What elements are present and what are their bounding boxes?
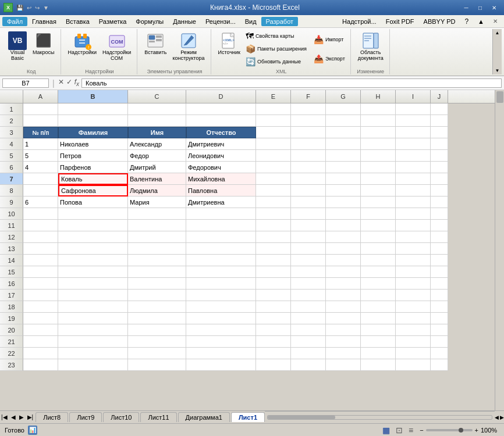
xml-source-button[interactable]: <XML></> Источник (216, 30, 243, 67)
cell-F20[interactable] (291, 324, 326, 336)
cell-E9[interactable] (256, 196, 291, 208)
cell-G9[interactable] (326, 196, 361, 208)
cell-G19[interactable] (326, 313, 361, 324)
cell-A19[interactable] (23, 313, 58, 324)
cell-J11[interactable] (431, 220, 448, 231)
cell-I6[interactable] (396, 162, 431, 173)
cell-I5[interactable] (396, 150, 431, 162)
cell-A23[interactable] (23, 359, 58, 371)
view-buttons[interactable]: ▦ ⊡ ≡ (381, 425, 415, 435)
cell-A2[interactable] (23, 115, 58, 127)
cell-H12[interactable] (361, 231, 396, 243)
cell-F15[interactable] (291, 266, 326, 278)
cell-D20[interactable] (186, 324, 256, 336)
col-header-B[interactable]: B (58, 90, 128, 103)
cell-D1[interactable] (186, 103, 256, 115)
zoom-level[interactable]: 100% (481, 427, 499, 434)
cell-F11[interactable] (291, 220, 326, 231)
cell-G11[interactable] (326, 220, 361, 231)
cell-D16[interactable] (186, 278, 256, 290)
macros-button[interactable]: ⬛ Макросы (30, 30, 57, 57)
row-header-3[interactable]: 3 (0, 127, 23, 138)
cell-I21[interactable] (396, 336, 431, 348)
cell-E21[interactable] (256, 336, 291, 348)
cell-F14[interactable] (291, 255, 326, 266)
cell-E14[interactable] (256, 255, 291, 266)
sheet-tab-list8[interactable]: Лист8 (36, 412, 68, 422)
cell-J8[interactable] (431, 185, 448, 196)
col-header-C[interactable]: C (128, 90, 186, 103)
cell-C9[interactable]: Мария (128, 196, 186, 208)
cell-D22[interactable] (186, 348, 256, 359)
cell-I15[interactable] (396, 266, 431, 278)
cell-H6[interactable] (361, 162, 396, 173)
cell-C12[interactable] (128, 231, 186, 243)
cell-I7[interactable] (396, 173, 431, 185)
cell-J15[interactable] (431, 266, 448, 278)
export-button[interactable]: 📤 Экспорт (312, 53, 347, 65)
cell-B3[interactable]: Фамилия (58, 127, 128, 138)
cell-G5[interactable] (326, 150, 361, 162)
menu-abbyy[interactable]: ABBYY PD (419, 17, 460, 26)
cell-H3[interactable] (361, 127, 396, 138)
cell-I9[interactable] (396, 196, 431, 208)
cell-G10[interactable] (326, 208, 361, 220)
cell-G23[interactable] (326, 359, 361, 371)
cell-I2[interactable] (396, 115, 431, 127)
cell-H18[interactable] (361, 301, 396, 313)
cell-F21[interactable] (291, 336, 326, 348)
row-header-1[interactable]: 1 (0, 103, 23, 115)
cell-B12[interactable] (58, 231, 128, 243)
cell-I14[interactable] (396, 255, 431, 266)
cell-E1[interactable] (256, 103, 291, 115)
cancel-formula-icon[interactable]: ✕ (58, 78, 64, 87)
cell-I20[interactable] (396, 324, 431, 336)
cell-G14[interactable] (326, 255, 361, 266)
cell-J2[interactable] (431, 115, 448, 127)
menu-view[interactable]: Вид (240, 17, 261, 26)
cell-B7[interactable]: Коваль (58, 173, 128, 185)
row-header-18[interactable]: 18 (0, 301, 23, 313)
com-addins-button[interactable]: COM НадстройкиCOM (100, 30, 133, 63)
cell-I11[interactable] (396, 220, 431, 231)
cell-F3[interactable] (291, 127, 326, 138)
cell-D19[interactable] (186, 313, 256, 324)
cell-C6[interactable]: Дмитрий (128, 162, 186, 173)
cell-C20[interactable] (128, 324, 186, 336)
menu-review[interactable]: Рецензи... (201, 17, 240, 26)
row-header-11[interactable]: 11 (0, 220, 23, 231)
confirm-formula-icon[interactable]: ✓ (66, 78, 72, 87)
cell-F1[interactable] (291, 103, 326, 115)
cell-G2[interactable] (326, 115, 361, 127)
row-header-14[interactable]: 14 (0, 255, 23, 266)
cell-G17[interactable] (326, 290, 361, 301)
design-mode-button[interactable]: Режимконструктора (170, 30, 207, 63)
cell-B22[interactable] (58, 348, 128, 359)
visual-basic-button[interactable]: VB VisualBasic (6, 30, 29, 63)
insert-controls-button[interactable]: Вставить (142, 30, 169, 57)
cell-B18[interactable] (58, 301, 128, 313)
cell-F10[interactable] (291, 208, 326, 220)
row-header-19[interactable]: 19 (0, 313, 23, 324)
cell-E17[interactable] (256, 290, 291, 301)
cell-H7[interactable] (361, 173, 396, 185)
cell-J18[interactable] (431, 301, 448, 313)
cell-E23[interactable] (256, 359, 291, 371)
undo-quick-btn[interactable]: ↩ (26, 4, 33, 12)
cell-A5[interactable]: 5 (23, 150, 58, 162)
cell-F22[interactable] (291, 348, 326, 359)
cell-F2[interactable] (291, 115, 326, 127)
cell-D11[interactable] (186, 220, 256, 231)
cell-J12[interactable] (431, 231, 448, 243)
cell-D2[interactable] (186, 115, 256, 127)
cell-J23[interactable] (431, 359, 448, 371)
cell-H13[interactable] (361, 243, 396, 255)
sheet-tab-list1[interactable]: Лист1 (231, 412, 265, 422)
cell-E5[interactable] (256, 150, 291, 162)
cell-G12[interactable] (326, 231, 361, 243)
cell-A18[interactable] (23, 301, 58, 313)
cell-A3[interactable]: № п/п (23, 127, 58, 138)
zoom-out-btn[interactable]: − (420, 427, 423, 434)
row-header-2[interactable]: 2 (0, 115, 23, 127)
cell-D21[interactable] (186, 336, 256, 348)
